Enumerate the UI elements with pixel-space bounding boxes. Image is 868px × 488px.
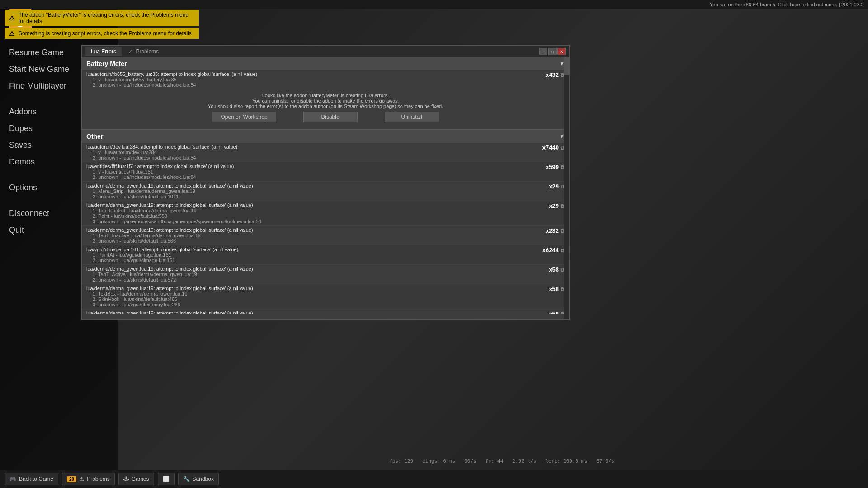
error-count-8: x58 <box>549 310 559 314</box>
taskbar: 🎮 Back to Game 20 ⚠ Problems 🕹 Games ⬜ 🔧… <box>0 470 868 488</box>
other-section-header[interactable]: Other ▼ <box>82 130 569 143</box>
tab-problems[interactable]: ✓ Problems <box>123 47 164 56</box>
error-block-5[interactable]: lua/vgui/dimage.lua:161: attempt to inde… <box>82 245 569 265</box>
other-section-title: Other <box>86 133 103 140</box>
battery-info-line3: You should also report the error(s) to t… <box>82 103 569 109</box>
battery-info-box: Looks like the addon 'BatteryMeter' is c… <box>82 89 569 129</box>
other-section: Other ▼ lua/autorun/dev.lua:284: attempt… <box>82 130 569 314</box>
lua-errors-dialog: Lua Errors ✓ Problems ─ □ ✕ Battery Mete… <box>81 45 570 320</box>
error-stack-2-1: 2. unknown - lua/skins/default.lua:1011 <box>86 194 253 199</box>
error-block-0[interactable]: lua/autorun/dev.lua:284: attempt to inde… <box>82 143 569 162</box>
dialog-controls: ─ □ ✕ <box>539 48 566 55</box>
error-count-4: x232 <box>546 227 559 234</box>
error-stack-5-0: 1. PaintAt - lua/vgui/dimage.lua:161 <box>86 252 238 258</box>
battery-stack-1: 1. v - lua/autorun/rb655_battery.lua:35 <box>86 77 257 82</box>
maximize-button[interactable]: □ <box>548 48 557 55</box>
battery-action-buttons: Open on Workshop Disable Uninstall <box>82 109 569 125</box>
uninstall-button[interactable]: Uninstall <box>385 112 439 122</box>
error-count-7: x58 <box>549 286 559 292</box>
warning-banner-1[interactable]: ⚠ The addon "BatteryMeter" is creating e… <box>5 10 199 26</box>
problems-label: Problems <box>87 476 110 482</box>
error-main-6: lua/derma/derma_gwen.lua:19: attempt to … <box>86 266 253 272</box>
error-text-4: lua/derma/derma_gwen.lua:19: attempt to … <box>86 227 253 244</box>
error-text-2: lua/derma/derma_gwen.lua:19: attempt to … <box>86 183 253 199</box>
error-row-7: lua/derma/derma_gwen.lua:19: attempt to … <box>82 284 569 309</box>
error-count-5: x6244 <box>542 247 559 253</box>
error-stack-3-0: 1. Tab_Control - lua/derma/derma_gwen.lu… <box>86 208 261 213</box>
error-main-4: lua/derma/derma_gwen.lua:19: attempt to … <box>86 227 253 233</box>
error-text-8: lua/derma/derma_gwen.lua:19: attempt to … <box>86 310 253 314</box>
battery-section-title: Battery Meter <box>86 60 127 67</box>
error-main-0: lua/autorun/dev.lua:284: attempt to inde… <box>86 144 237 150</box>
error-block-3[interactable]: lua/derma/derma_gwen.lua:19: attempt to … <box>82 201 569 226</box>
lua-errors-tab-label: Lua Errors <box>91 48 116 55</box>
dialog-tabs: Lua Errors ✓ Problems <box>85 47 164 56</box>
battery-stack-2: 2. unknown - lua/includes/modules/hook.l… <box>86 82 257 88</box>
rate-display: 2.96 k/s <box>512 458 536 464</box>
icon3-button[interactable]: ⬜ <box>158 473 175 485</box>
minimize-button[interactable]: ─ <box>539 48 547 55</box>
scrollbar-thumb[interactable] <box>564 57 569 75</box>
error-count-6: x58 <box>549 266 559 273</box>
error-main-5: lua/vgui/dimage.lua:161: attempt to inde… <box>86 247 238 252</box>
error-block-7[interactable]: lua/derma/derma_gwen.lua:19: attempt to … <box>82 284 569 309</box>
error-text-3: lua/derma/derma_gwen.lua:19: attempt to … <box>86 202 261 224</box>
error-row-4: lua/derma/derma_gwen.lua:19: attempt to … <box>82 226 569 245</box>
sandbox-button[interactable]: 🔧 Sandbox <box>178 473 219 485</box>
error-stack-3-2: 3. unknown - gamemodes/sandbox/gamemode/… <box>86 219 261 224</box>
error-stack-4-0: 1. TabT_Inactive - lua/derma/derma_gwen.… <box>86 233 253 238</box>
top-bar: You are on the x86-64 branch. Click here… <box>0 0 868 9</box>
problems-button[interactable]: 20 ⚠ Problems <box>62 473 115 485</box>
warning-banner-2[interactable]: ⚠ Something is creating script errors, c… <box>5 28 199 39</box>
top-bar-text[interactable]: You are on the x86-64 branch. Click here… <box>710 2 863 7</box>
error-stack-6-0: 1. TabT_Active - lua/derma/derma_gwen.lu… <box>86 272 253 277</box>
checkmark-icon: ✓ <box>128 48 132 55</box>
error-stack-1-0: 1. v - lua/entities/ffff.lua:151 <box>86 169 234 174</box>
error-count-0: x7440 <box>542 144 559 151</box>
battery-info-line2: You can uninstall or disable the addon t… <box>82 98 569 103</box>
error-count-area-0: x7440 ⧉ <box>542 144 565 151</box>
error-text-5: lua/vgui/dimage.lua:161: attempt to inde… <box>86 247 238 263</box>
error-text-1: lua/entities/ffff.lua:151: attempt to in… <box>86 164 234 180</box>
close-button[interactable]: ✕ <box>557 48 566 55</box>
battery-error-row: lua/autorun/rb655_battery.lua:35: attemp… <box>82 70 569 89</box>
error-text-6: lua/derma/derma_gwen.lua:19: attempt to … <box>86 266 253 282</box>
sandbox-label: Sandbox <box>193 476 214 482</box>
speed-display: 90/s <box>464 458 476 464</box>
game-icon: 🎮 <box>9 476 16 482</box>
rate2-display: 67.9/s <box>596 458 614 464</box>
error-block-2[interactable]: lua/derma/derma_gwen.lua:19: attempt to … <box>82 182 569 201</box>
fps-display: fps: 129 <box>389 458 413 464</box>
error-row-8: lua/derma/derma_gwen.lua:19: attempt to … <box>82 309 569 314</box>
problems-tab-label: Problems <box>136 48 159 55</box>
warning-icon-2: ⚠ <box>9 30 15 37</box>
error-count-2: x29 <box>549 183 559 190</box>
games-icon: 🕹 <box>123 476 129 482</box>
warning-taskbar-icon: ⚠ <box>79 476 84 482</box>
error-stack-7-1: 2. SkinHook - lua/skins/default.lua:465 <box>86 296 253 302</box>
error-block-1[interactable]: lua/entities/ffff.lua:151: attempt to in… <box>82 162 569 182</box>
tab-lua-errors[interactable]: Lua Errors <box>85 47 122 56</box>
battery-error-text: lua/autorun/rb655_battery.lua:35: attemp… <box>86 71 257 88</box>
problems-badge: 20 <box>67 476 76 482</box>
error-count-area-8: x58 ⧉ <box>549 310 565 314</box>
error-stack-2-0: 1. Menu_Strip - lua/derma/derma_gwen.lua… <box>86 188 253 194</box>
error-stack-0-0: 1. v - lua/autorun/dev.lua:284 <box>86 150 237 155</box>
dialog-scrollbar[interactable] <box>564 57 569 319</box>
lerp-display: lerp: 100.0 ms <box>545 458 587 464</box>
status-area: fps: 129 dings: 0 ns 90/s fn: 44 2.96 k/… <box>136 454 868 468</box>
error-main-1: lua/entities/ffff.lua:151: attempt to in… <box>86 164 234 169</box>
error-row-6: lua/derma/derma_gwen.lua:19: attempt to … <box>82 265 569 284</box>
error-block-8[interactable]: lua/derma/derma_gwen.lua:19: attempt to … <box>82 309 569 314</box>
disable-button[interactable]: Disable <box>303 112 358 122</box>
open-workshop-button[interactable]: Open on Workshop <box>212 112 276 122</box>
error-block-6[interactable]: lua/derma/derma_gwen.lua:19: attempt to … <box>82 265 569 284</box>
error-stack-7-2: 3. unknown - lua/vgui/dtextentry.lua:266 <box>86 302 253 307</box>
sandbox-icon: 🔧 <box>183 476 190 482</box>
other-errors-list[interactable]: lua/autorun/dev.lua:284: attempt to inde… <box>82 143 569 314</box>
battery-section-header[interactable]: Battery Meter ▼ <box>82 57 569 70</box>
games-button[interactable]: 🕹 Games <box>118 473 154 485</box>
error-count-area-1: x599 ⧉ <box>546 164 565 170</box>
back-to-game-button[interactable]: 🎮 Back to Game <box>5 473 58 485</box>
error-block-4[interactable]: lua/derma/derma_gwen.lua:19: attempt to … <box>82 226 569 245</box>
